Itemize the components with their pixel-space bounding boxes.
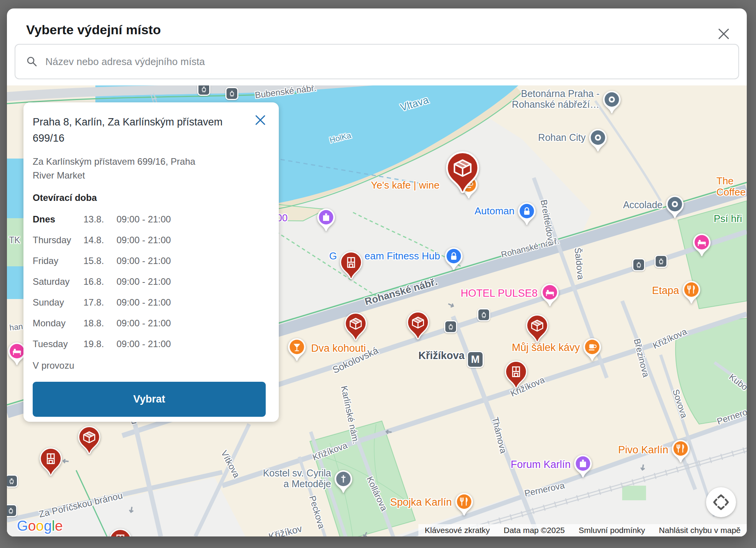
card-close-button[interactable] [253,113,267,127]
google-letter: G [17,518,28,534]
poi-marker-kostel[interactable] [333,469,353,495]
google-letter: l [52,518,55,534]
hours-row: Sunday17.8.09:00 - 21:00 [33,298,266,307]
card-address: Za Karlínským přístavem 699/16, Praha Ri… [33,155,266,182]
hours-row: Saturday16.8.09:00 - 21:00 [33,277,266,286]
poi-label-rohan-city[interactable]: Rohan City [499,132,586,143]
hours-time: 09:00 - 21:00 [117,277,171,286]
poi-label-betonarna[interactable]: Betonárna Praha - Rohanské nábřeží… [490,88,599,110]
hours-time: 09:00 - 21:00 [117,236,171,245]
modal-close-button[interactable] [715,25,732,42]
poi-label-automan[interactable]: Automan [445,206,515,217]
pickup-marker-locker[interactable] [108,528,132,536]
pickup-marker-selected[interactable] [445,151,480,196]
pickup-marker-locker[interactable] [339,251,363,281]
hours-row: Tuesday19.8.09:00 - 21:00 [33,339,266,349]
pickup-point-card: Praha 8, Karlín, Za Karlínským přístavem… [23,102,279,422]
poi-marker-betonarna[interactable] [602,90,622,115]
opening-hours-heading: Otevírací doba [33,192,266,203]
hours-date: 16.8. [83,277,117,286]
poi-marker-accolade[interactable] [665,195,685,220]
poi-label-accolade[interactable]: Accolade [576,199,663,210]
poi-marker-automan[interactable] [517,202,537,227]
pickup-marker-locker[interactable] [39,447,63,478]
poi-label-fitness-hub[interactable]: eam Fitness Hub [365,251,440,262]
search-box [15,44,739,79]
poi-marker-pristav-18600[interactable] [316,208,336,233]
poi-marker-spojka-karlin[interactable] [454,492,474,518]
pickup-marker-package[interactable] [525,314,549,344]
map-attribution: Klávesové zkratky Data map ©2025 Smluvní… [418,524,747,536]
hours-row: Monday18.8.09:00 - 21:00 [33,319,266,328]
close-icon [715,25,732,42]
hours-day: Monday [33,319,83,328]
fullscreen-pan-button[interactable] [706,487,736,517]
google-letter: o [36,518,44,534]
hours-time: 09:00 - 21:00 [117,339,171,349]
poi-label-the-coffee[interactable]: The Coffee [716,175,746,198]
terms-link[interactable]: Smluvní podmínky [579,526,645,535]
hours-date: 19.8. [83,339,117,349]
opening-hours-table: Dnes13.8.09:00 - 21:00 Thursday14.8.09:0… [33,215,266,349]
close-icon [253,113,267,127]
area-label-tk: TK [9,235,20,246]
hours-time: 09:00 - 21:00 [117,319,171,328]
poi-label-kostel[interactable]: Kostel sv. Cyrila a Metoděje [199,468,331,489]
hours-time: 09:00 - 21:00 [117,298,171,307]
poi-label-yes-kafe[interactable]: Ye's kafe | wine [355,180,440,191]
hours-time: 09:00 - 21:00 [117,215,171,224]
poi-marker-fitness-hub[interactable] [444,247,464,272]
tram-stop-icon[interactable] [7,504,17,517]
tram-stop-icon[interactable] [444,320,457,333]
status-text: V provozu [33,360,266,371]
report-map-error-link[interactable]: Nahlásit chybu v mapě [659,526,741,535]
poi-label-krizikova-metro[interactable]: Křižíkova [368,350,465,361]
poi-label-fitness-g[interactable]: G [329,251,337,262]
poi-marker-pivo-karlin[interactable] [671,439,691,464]
poi-label-hotel-pulse8[interactable]: HOTEL PULSE8 [407,287,538,299]
pickup-marker-package[interactable] [406,311,430,341]
pickup-marker-package[interactable] [77,426,101,456]
hours-time: 09:00 - 21:00 [117,256,171,266]
address-line-1: Za Karlínským přístavem 699/16, Praha [33,155,266,169]
hours-date: 13.8. [83,215,117,224]
poi-label-etapa[interactable]: Etapa [622,285,679,296]
poi-label-psi-hriste[interactable]: Psí hři [714,213,742,224]
google-logo[interactable]: Google [17,518,63,534]
hours-date: 14.8. [83,236,117,245]
poi-marker-hotel-right-edge[interactable] [692,233,712,258]
hours-date: 18.8. [83,319,117,328]
pickup-marker-package[interactable] [344,312,368,342]
hours-day: Saturday [33,277,83,286]
pan-arrows-icon [713,494,729,511]
poi-marker-forum-karlin[interactable] [573,454,593,480]
hours-day: Dnes [33,215,83,224]
card-title: Praha 8, Karlín, Za Karlínským přístavem… [33,114,246,146]
keyboard-shortcuts-link[interactable]: Klávesové zkratky [425,526,490,535]
hours-date: 17.8. [83,298,117,307]
hours-row: Friday15.8.09:00 - 21:00 [33,256,266,266]
poi-label-dva-kohouti[interactable]: Dva kohouti [311,342,366,354]
poi-marker-muj-salek-kavy[interactable] [582,337,602,363]
tram-stop-icon[interactable] [654,255,668,268]
search-input[interactable] [45,55,738,68]
poi-marker-dva-kohouti[interactable] [287,337,307,363]
tram-stop-icon[interactable] [477,308,490,321]
select-button[interactable]: Vybrat [33,382,266,417]
google-letter: g [44,518,52,534]
metro-station-icon[interactable]: M [467,351,484,368]
poi-marker-etapa[interactable] [681,280,701,306]
poi-marker-rohan-city[interactable] [588,128,608,154]
hours-date: 15.8. [83,256,117,266]
tram-stop-icon[interactable] [632,258,645,271]
tram-stop-icon[interactable] [197,85,210,96]
poi-marker-hotel-pulse8[interactable] [540,283,560,308]
tram-stop-icon[interactable] [225,87,238,100]
pickup-marker-locker[interactable] [504,360,528,391]
poi-label-spojka-karlin[interactable]: Spojka Karlín [334,496,452,508]
hours-row: Dnes13.8.09:00 - 21:00 [33,215,266,224]
address-line-2: River Market [33,169,266,182]
tram-stop-icon[interactable] [7,474,18,488]
poi-label-forum-karlin[interactable]: Forum Karlín [453,459,571,470]
modal-title: Vyberte výdejní místo [26,22,161,37]
